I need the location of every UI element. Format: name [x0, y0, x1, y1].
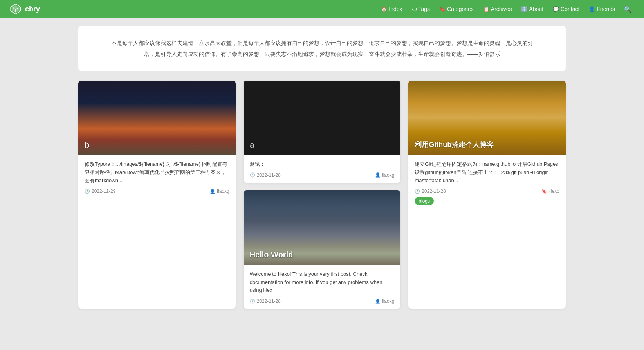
post-date-text-github: 2022-11-28 — [422, 188, 446, 194]
brand[interactable]: cbry — [9, 3, 40, 15]
nav-item-friends[interactable]: 👤 Friends — [585, 4, 619, 14]
post-grid: 修改Typora：.../images/${filename} 为 ./${fi… — [78, 81, 566, 309]
user-icon-a: 👤 — [375, 172, 381, 178]
tag-icon: 🏷 — [412, 6, 417, 12]
post-card-hello[interactable]: Hello World Welcome to Hexo! This is you… — [244, 190, 401, 309]
quote-text: 不是每个人都应该像我这样去建造一座水晶大教堂，但是每个人都应该拥有自己的梦想，设… — [110, 38, 534, 59]
post-image-github: 利用Github搭建个人博客 — [408, 81, 566, 155]
post-card-a[interactable]: 测试： 🕐 2022-11-28 👤 liaoxg — [244, 81, 401, 183]
info-icon: ℹ️ — [521, 6, 527, 12]
quote-card: 不是每个人都应该像我这样去建造一座水晶大教堂，但是每个人都应该拥有自己的梦想，设… — [78, 26, 566, 71]
home-icon: 🏠 — [381, 6, 387, 12]
brand-logo — [9, 3, 22, 15]
post-author-text-b: liaoxg — [217, 188, 229, 194]
post-body-b: 修改Typora：.../images/${filename} 为 ./${fi… — [78, 155, 236, 199]
nav-label-index: Index — [389, 6, 402, 12]
post-excerpt-hello: Welcome to Hexo! This is your very first… — [250, 270, 395, 294]
post-meta-a: 🕐 2022-11-28 👤 liaoxg — [250, 172, 395, 178]
clock-icon-a: 🕐 — [250, 172, 255, 178]
user-icon-b: 👤 — [210, 189, 215, 194]
post-card-b[interactable]: 修改Typora：.../images/${filename} 为 ./${fi… — [78, 81, 236, 309]
nav-item-about[interactable]: ℹ️ About — [517, 4, 547, 14]
nav-label-contact: Contact — [561, 6, 579, 12]
post-image-label-hello: Hello World — [250, 250, 293, 259]
post-author-hello: 👤 liaoxg — [375, 298, 394, 304]
post-date-text-a: 2022-11-28 — [257, 172, 281, 178]
post-meta-b: 🕐 2022-11-29 👤 liaoxg — [85, 188, 229, 194]
post-image-wrapper-a — [244, 81, 401, 155]
clock-icon-github: 🕐 — [415, 189, 420, 194]
post-author-text-hello: liaoxg — [382, 298, 394, 304]
nav-label-archives: Archives — [491, 6, 512, 12]
chat-icon: 💬 — [553, 6, 559, 12]
page-content: 不是每个人都应该像我这样去建造一座水晶大教堂，但是每个人都应该拥有自己的梦想，设… — [0, 18, 644, 316]
post-image-b — [78, 81, 236, 155]
post-body-a: 测试： 🕐 2022-11-28 👤 liaoxg — [244, 155, 401, 183]
brand-name: cbry — [25, 5, 40, 13]
nav-label-categories: Categories — [447, 6, 474, 12]
navbar: cbry 🏠 Index 🏷 Tags 🔖 Categories 📋 Archi… — [0, 0, 644, 18]
post-image-a — [244, 81, 401, 155]
post-meta-github: 🕐 2022-11-28 🔖 Hexo — [415, 188, 559, 194]
nav-label-about: About — [529, 6, 543, 12]
post-date-text-hello: 2022-11-28 — [257, 298, 281, 304]
post-image-wrapper-b — [78, 81, 236, 155]
post-author-text-a: liaoxg — [382, 172, 394, 178]
bookmark-icon-github: 🔖 — [541, 189, 547, 194]
post-excerpt-github: 建立Git远程仓库固定格式为：name.github.io 开启Github P… — [415, 160, 559, 185]
post-image-label-github: 利用Github搭建个人博客 — [415, 140, 494, 149]
post-meta-hello: 🕐 2022-11-28 👤 liaoxg — [250, 298, 395, 304]
archive-icon: 📋 — [483, 6, 489, 12]
post-date-text-b: 2022-11-29 — [92, 188, 115, 194]
nav-item-categories[interactable]: 🔖 Categories — [435, 4, 478, 14]
post-image-wrapper-hello: Hello World — [244, 190, 401, 265]
post-card-github[interactable]: 利用Github搭建个人博客 建立Git远程仓库固定格式为：name.githu… — [408, 81, 566, 309]
nav-item-tags[interactable]: 🏷 Tags — [408, 4, 434, 14]
clock-icon-b: 🕐 — [85, 189, 90, 194]
post-body-hello: Welcome to Hexo! This is your very first… — [244, 265, 401, 309]
post-tag-github[interactable]: blogs — [415, 197, 434, 205]
nav-item-contact[interactable]: 💬 Contact — [549, 4, 583, 14]
bookmark-icon: 🔖 — [439, 6, 446, 12]
post-author-github: 🔖 Hexo — [541, 188, 559, 194]
post-excerpt-b: 修改Typora：.../images/${filename} 为 ./${fi… — [85, 160, 229, 185]
post-date-b: 🕐 2022-11-29 — [85, 188, 115, 194]
post-image-hello: Hello World — [244, 190, 401, 265]
friends-icon: 👤 — [589, 6, 595, 12]
post-date-hello: 🕐 2022-11-28 — [250, 298, 281, 304]
post-date-github: 🕐 2022-11-28 — [415, 188, 446, 194]
nav-item-index[interactable]: 🏠 Index — [377, 4, 406, 14]
post-author-b: 👤 liaoxg — [210, 188, 229, 194]
nav-links: 🏠 Index 🏷 Tags 🔖 Categories 📋 Archives ℹ… — [377, 3, 635, 15]
post-author-a: 👤 liaoxg — [375, 172, 394, 178]
post-author-text-github: Hexo — [548, 188, 559, 194]
search-button[interactable]: 🔍 — [621, 3, 635, 15]
clock-icon-hello: 🕐 — [250, 299, 255, 304]
nav-item-archives[interactable]: 📋 Archives — [479, 4, 516, 14]
post-excerpt-a: 测试： — [250, 160, 395, 169]
post-body-github: 建立Git远程仓库固定格式为：name.github.io 开启Github P… — [408, 155, 566, 210]
post-date-a: 🕐 2022-11-28 — [250, 172, 281, 178]
user-icon-hello: 👤 — [375, 299, 381, 304]
nav-label-tags: Tags — [419, 6, 430, 12]
post-image-wrapper-github: 利用Github搭建个人博客 — [408, 81, 566, 155]
nav-label-friends: Friends — [597, 6, 615, 12]
post-column-2: 测试： 🕐 2022-11-28 👤 liaoxg — [244, 81, 401, 309]
